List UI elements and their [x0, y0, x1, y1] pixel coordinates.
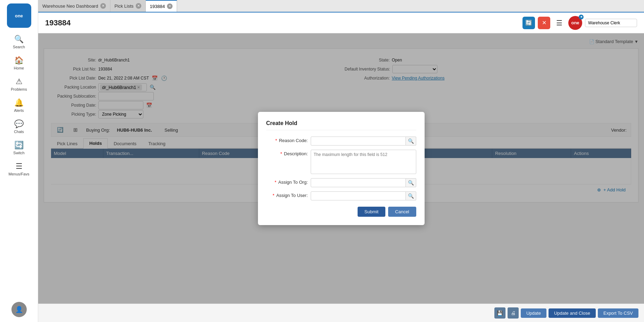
user-badge: ★ [579, 15, 584, 19]
tab-close-pick-lists[interactable]: ✕ [136, 3, 141, 9]
sidebar-item-label: Menus/Favs [9, 172, 30, 176]
content-area: 📄 Standard Template ▼ Site: dr_Hub6Branc… [38, 33, 644, 304]
sidebar-item-menus-favs[interactable]: ☰ Menus/Favs [0, 158, 38, 180]
modal-reason-code-row: * Reason Code: 🔍 [266, 137, 416, 146]
footer-icon-btn-1[interactable]: 💾 [494, 307, 505, 319]
problems-icon: ⚠ [16, 77, 23, 86]
sidebar-item-label: Switch [13, 151, 24, 155]
refresh-button[interactable]: 🔄 [522, 17, 535, 29]
tab-dashboard[interactable]: Warehouse Neo Dashboard ✕ [38, 0, 110, 12]
assign-org-input[interactable] [311, 178, 406, 187]
create-hold-modal: Create Hold * Reason Code: 🔍 * Descripti… [258, 112, 425, 225]
alerts-icon: 🔔 [14, 98, 24, 107]
tab-label: Warehouse Neo Dashboard [42, 3, 98, 9]
tab-pick-lists[interactable]: Pick Lists ✕ [110, 0, 146, 12]
main-area: Warehouse Neo Dashboard ✕ Pick Lists ✕ 1… [38, 0, 644, 322]
page-title: 193884 [45, 18, 522, 27]
tab-label: Pick Lists [115, 3, 134, 9]
sidebar-item-label: Home [14, 66, 24, 70]
modal-title: Create Hold [266, 120, 416, 130]
user-role-select[interactable]: Warehouse Clerk [585, 19, 637, 27]
modal-actions: Submit Cancel [266, 207, 416, 217]
sidebar-item-alerts[interactable]: 🔔 Alerts [0, 95, 38, 116]
tab-label: 193884 [150, 4, 165, 9]
tab-bar: Warehouse Neo Dashboard ✕ Pick Lists ✕ 1… [38, 0, 644, 13]
modal-assign-user-row: * Assign To User: 🔍 [266, 191, 416, 200]
sidebar-item-problems[interactable]: ⚠ Problems [0, 74, 38, 95]
update-close-button[interactable]: Update and Close [549, 308, 596, 318]
close-page-button[interactable]: ✕ [538, 17, 550, 29]
reason-code-input[interactable] [311, 137, 406, 146]
sidebar-item-label: Problems [11, 87, 27, 91]
assign-user-input[interactable] [311, 191, 406, 200]
footer-actions: 💾 🖨 Update Update and Close Export To CS… [38, 304, 644, 322]
required-star: * [275, 138, 277, 143]
reason-code-field: 🔍 [311, 137, 416, 146]
tab-close-dashboard[interactable]: ✕ [100, 3, 106, 9]
update-button[interactable]: Update [521, 308, 546, 318]
sidebar-item-label: Chats [14, 130, 24, 134]
assign-user-field: 🔍 [311, 191, 416, 200]
switch-icon: 🔄 [14, 141, 24, 150]
user-avatar: one ★ [568, 16, 582, 30]
modal-assign-org-row: * Assign To Org: 🔍 [266, 178, 416, 187]
modal-assign-org-label: * Assign To Org: [266, 178, 308, 185]
user-avatar-sidebar[interactable]: 👤 [11, 302, 27, 317]
modal-reason-code-label: * Reason Code: [266, 137, 308, 143]
description-textarea[interactable] [311, 150, 416, 174]
required-star: * [273, 193, 274, 198]
sidebar-item-switch[interactable]: 🔄 Switch [0, 137, 38, 158]
export-csv-button[interactable]: Export To CSV [598, 308, 638, 318]
assign-org-field: 🔍 [311, 178, 416, 187]
required-star: * [275, 180, 276, 185]
search-icon: 🔍 [14, 35, 24, 44]
page-header: 193884 🔄 ✕ ☰ one ★ Warehouse Clerk [38, 13, 644, 33]
modal-description-row: * Description: [266, 150, 416, 174]
sidebar-item-search[interactable]: 🔍 Search [0, 31, 38, 52]
submit-button[interactable]: Submit [358, 207, 385, 217]
assign-user-search-button[interactable]: 🔍 [406, 191, 416, 200]
sidebar: one 🔍 Search 🏠 Home ⚠ Problems 🔔 Alerts … [0, 0, 38, 322]
sidebar-item-home[interactable]: 🏠 Home [0, 52, 38, 74]
user-initials: one [571, 20, 579, 25]
tab-193884[interactable]: 193884 ✕ [146, 0, 177, 12]
cancel-button[interactable]: Cancel [388, 207, 416, 217]
header-actions: 🔄 ✕ ☰ one ★ Warehouse Clerk [522, 16, 637, 30]
modal-assign-user-label: * Assign To User: [266, 191, 308, 198]
tab-close-193884[interactable]: ✕ [167, 3, 173, 9]
home-icon: 🏠 [14, 56, 24, 65]
modal-overlay: Create Hold * Reason Code: 🔍 * Descripti… [38, 33, 644, 304]
modal-description-label: * Description: [266, 150, 308, 156]
reason-code-search-button[interactable]: 🔍 [406, 137, 416, 146]
app-logo[interactable]: one [7, 3, 31, 28]
menus-favs-icon: ☰ [16, 162, 23, 171]
chats-icon: 💬 [14, 119, 24, 129]
assign-org-search-button[interactable]: 🔍 [406, 178, 416, 187]
sidebar-item-label: Alerts [14, 108, 24, 113]
sidebar-item-label: Search [13, 45, 25, 49]
sidebar-item-chats[interactable]: 💬 Chats [0, 116, 38, 137]
required-star: * [280, 151, 282, 156]
menu-button[interactable]: ☰ [553, 17, 566, 29]
footer-icon-btn-2[interactable]: 🖨 [508, 307, 519, 319]
